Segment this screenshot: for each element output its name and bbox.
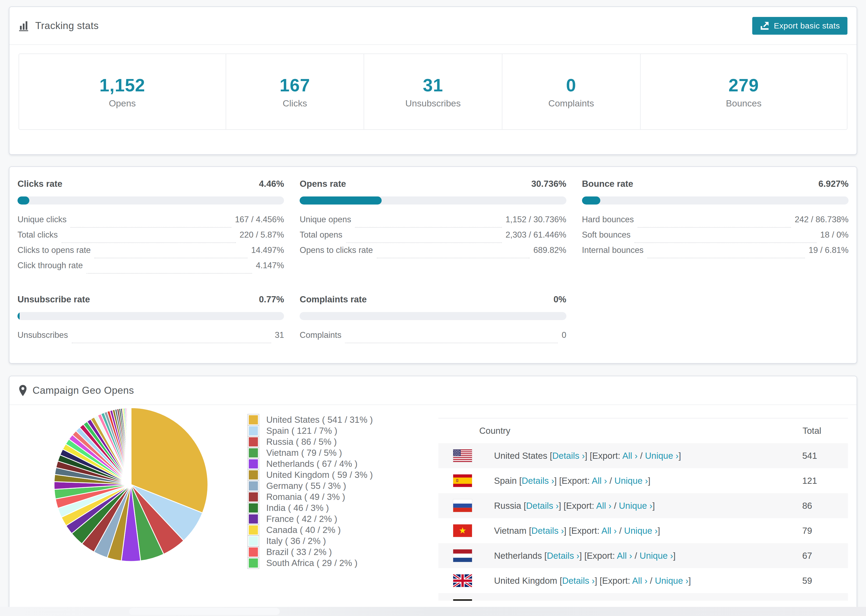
total-cell-germany: 55 xyxy=(802,593,848,601)
legend-label: Romania ( 49 / 3% ) xyxy=(266,492,345,502)
detail-label: Total opens xyxy=(299,230,342,240)
total-cell-vietnam: 79 xyxy=(802,518,848,543)
export-all-link-netherlands[interactable]: All › xyxy=(617,551,632,561)
rate-header: Complaints rate0% xyxy=(299,294,566,305)
rate-detail-row: Unique clicks167 / 4.456% xyxy=(17,215,284,230)
stat-value: 1,152 xyxy=(99,75,145,96)
export-all-link-vietnam[interactable]: All › xyxy=(601,526,617,536)
flag-de-icon xyxy=(438,593,494,601)
detail-value: 14.497% xyxy=(251,245,284,255)
legend-swatch-icon xyxy=(247,535,259,547)
rate-title: Complaints rate xyxy=(299,294,367,305)
legend-item-russia: Russia ( 86 / 5% ) xyxy=(247,436,373,447)
detail-value: 242 / 86.738% xyxy=(795,215,849,225)
rate-detail-row: Total clicks220 / 5.87% xyxy=(17,230,284,245)
details-link-russia[interactable]: Details › xyxy=(526,501,559,511)
detail-label: Unsubscribes xyxy=(17,330,68,340)
legend-label: Spain ( 121 / 7% ) xyxy=(266,426,337,436)
bar-chart-icon xyxy=(19,20,30,31)
export-all-link-spain[interactable]: All › xyxy=(592,476,607,486)
detail-value: 31 xyxy=(275,330,284,340)
rate-percentage: 30.736% xyxy=(531,179,566,189)
detail-label: Total clicks xyxy=(17,230,58,240)
legend-label: United States ( 541 / 31% ) xyxy=(266,415,373,425)
legend-item-united-kingdom: United Kingdom ( 59 / 3% ) xyxy=(247,469,373,480)
geo-body: United States ( 541 / 31% )Spain ( 121 /… xyxy=(9,404,857,610)
dotted-leader xyxy=(71,227,231,228)
geo-table: Country Total United States [Details ›] … xyxy=(438,418,848,601)
geo-header: Campaign Geo Opens xyxy=(9,376,857,405)
total-cell-spain: 121 xyxy=(802,468,848,493)
stat-label: Bounces xyxy=(726,98,761,108)
export-all-link-united-kingdom[interactable]: All › xyxy=(632,576,648,586)
dotted-leader xyxy=(94,258,247,258)
stat-box-complaints: 0Complaints xyxy=(502,54,640,129)
geo-title: Campaign Geo Opens xyxy=(33,385,134,396)
progress-bar xyxy=(582,196,849,204)
detail-label: Complaints xyxy=(299,330,341,340)
rate-detail-rows: Hard bounces242 / 86.738%Soft bounces18 … xyxy=(582,215,849,261)
legend-label: Netherlands ( 67 / 4% ) xyxy=(266,459,357,469)
details-link-vietnam[interactable]: Details › xyxy=(531,526,564,536)
dotted-leader xyxy=(72,343,271,343)
progress-bar xyxy=(17,196,284,204)
rate-header: Opens rate30.736% xyxy=(299,179,566,189)
export-basic-stats-button[interactable]: Export basic stats xyxy=(752,17,847,35)
rate-detail-row: Soft bounces18 / 0% xyxy=(582,230,849,245)
rate-detail-row: Unsubscribes31 xyxy=(17,330,284,346)
legend-item-canada: Canada ( 40 / 2% ) xyxy=(247,524,373,535)
details-link-spain[interactable]: Details › xyxy=(522,476,554,486)
progress-bar xyxy=(299,312,566,320)
detail-label: Opens to clicks rate xyxy=(299,245,373,255)
detail-value: 19 / 6.81% xyxy=(809,245,849,255)
rate-detail-row: Complaints0 xyxy=(299,330,566,346)
export-unique-link-united-kingdom[interactable]: Unique › xyxy=(655,576,688,586)
horizontal-scrollbar[interactable] xyxy=(129,608,280,615)
export-unique-link-spain[interactable]: Unique › xyxy=(614,476,648,486)
flag-ru-icon xyxy=(438,493,494,518)
export-unique-link-vietnam[interactable]: Unique › xyxy=(624,526,658,536)
legend-label: United Kingdom ( 59 / 3% ) xyxy=(266,470,373,480)
detail-label: Unique clicks xyxy=(17,215,67,225)
export-all-link-russia[interactable]: All › xyxy=(596,501,612,511)
legend-label: Canada ( 40 / 2% ) xyxy=(266,525,341,535)
progress-bar-fill xyxy=(17,312,20,320)
detail-label: Unique opens xyxy=(299,215,351,225)
geo-table-row-united-kingdom: United Kingdom [Details ›] [Export: All … xyxy=(438,568,848,593)
stat-value: 167 xyxy=(280,75,310,96)
dotted-leader xyxy=(377,258,530,258)
export-unique-link-netherlands[interactable]: Unique › xyxy=(639,551,673,561)
legend-item-vietnam: Vietnam ( 79 / 5% ) xyxy=(247,447,373,458)
legend-swatch-icon xyxy=(247,425,259,437)
rate-header: Unsubscribe rate0.77% xyxy=(17,294,284,305)
export-icon xyxy=(760,21,770,31)
stat-value: 31 xyxy=(423,75,443,96)
legend-label: South Africa ( 29 / 2% ) xyxy=(266,558,357,568)
export-unique-link-united-states[interactable]: Unique › xyxy=(645,451,679,460)
details-link-netherlands[interactable]: Details › xyxy=(547,551,579,561)
geo-table-header-row: Country Total xyxy=(438,418,848,443)
page: Tracking stats Export basic stats 1,152O… xyxy=(0,6,866,610)
rates-grid: Clicks rate4.46%Unique clicks167 / 4.456… xyxy=(9,167,857,346)
country-cell-russia: Russia [Details ›] [Export: All › / Uniq… xyxy=(494,493,802,518)
rate-percentage: 4.46% xyxy=(259,179,284,189)
details-link-united-kingdom[interactable]: Details › xyxy=(562,576,595,586)
tracking-stats-title: Tracking stats xyxy=(35,20,99,31)
legend-item-france: France ( 42 / 2% ) xyxy=(247,513,373,524)
legend-swatch-icon xyxy=(247,513,259,525)
flag-vn-icon xyxy=(438,518,494,543)
legend-item-italy: Italy ( 36 / 2% ) xyxy=(247,535,373,546)
legend-item-germany: Germany ( 55 / 3% ) xyxy=(247,480,373,491)
flag-gb-icon xyxy=(438,568,494,593)
legend-item-romania: Romania ( 49 / 3% ) xyxy=(247,491,373,502)
export-unique-link-russia[interactable]: Unique › xyxy=(619,501,652,511)
flag-nl-icon xyxy=(438,543,494,568)
detail-value: 0 xyxy=(562,330,566,340)
rate-title: Bounce rate xyxy=(582,179,633,189)
dotted-leader xyxy=(346,242,502,243)
geo-pie-chart xyxy=(53,407,209,563)
details-link-united-states[interactable]: Details › xyxy=(552,451,585,460)
stat-value: 279 xyxy=(729,75,759,96)
country-cell-vietnam: Vietnam [Details ›] [Export: All › / Uni… xyxy=(494,518,802,543)
export-all-link-united-states[interactable]: All › xyxy=(622,451,638,460)
